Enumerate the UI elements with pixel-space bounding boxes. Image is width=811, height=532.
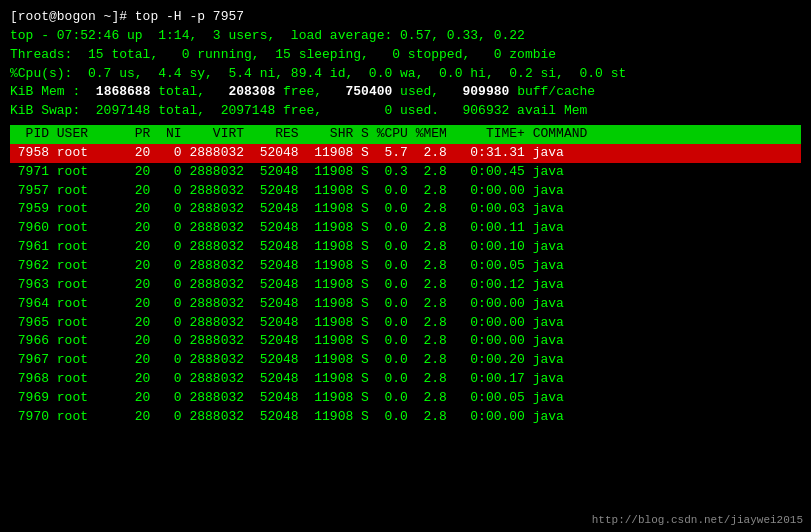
cpu-line: %Cpu(s): 0.7 us, 4.4 sy, 5.4 ni, 89.4 id…: [10, 65, 801, 84]
table-row: 7970 root 20 0 2888032 52048 11908 S 0.0…: [10, 408, 801, 427]
table-row: 7962 root 20 0 2888032 52048 11908 S 0.0…: [10, 257, 801, 276]
table-row: 7963 root 20 0 2888032 52048 11908 S 0.0…: [10, 276, 801, 295]
command-line: [root@bogon ~]# top -H -p 7957: [10, 8, 801, 27]
table-row: 7969 root 20 0 2888032 52048 11908 S 0.0…: [10, 389, 801, 408]
swap-line: KiB Swap: 2097148 total, 2097148 free, 0…: [10, 102, 801, 121]
top-status-line: top - 07:52:46 up 1:14, 3 users, load av…: [10, 27, 801, 46]
table-row: 7971 root 20 0 2888032 52048 11908 S 0.3…: [10, 163, 801, 182]
table-row: 7968 root 20 0 2888032 52048 11908 S 0.0…: [10, 370, 801, 389]
table-row: 7965 root 20 0 2888032 52048 11908 S 0.0…: [10, 314, 801, 333]
table-row: 7964 root 20 0 2888032 52048 11908 S 0.0…: [10, 295, 801, 314]
process-list: 7971 root 20 0 2888032 52048 11908 S 0.3…: [10, 163, 801, 427]
threads-line: Threads: 15 total, 0 running, 15 sleepin…: [10, 46, 801, 65]
table-row: 7961 root 20 0 2888032 52048 11908 S 0.0…: [10, 238, 801, 257]
terminal-window: [root@bogon ~]# top -H -p 7957 top - 07:…: [10, 8, 801, 427]
watermark: http://blog.csdn.net/jiaywei2015: [592, 514, 803, 526]
highlighted-process-row: 7958 root 20 0 2888032 52048 11908 S 5.7…: [10, 144, 801, 163]
table-row: 7967 root 20 0 2888032 52048 11908 S 0.0…: [10, 351, 801, 370]
mem-line: KiB Mem : 1868688 total, 208308 free, 75…: [10, 83, 801, 102]
table-row: 7957 root 20 0 2888032 52048 11908 S 0.0…: [10, 182, 801, 201]
table-row: 7959 root 20 0 2888032 52048 11908 S 0.0…: [10, 200, 801, 219]
table-row: 7960 root 20 0 2888032 52048 11908 S 0.0…: [10, 219, 801, 238]
table-header: PID USER PR NI VIRT RES SHR S %CPU %MEM …: [10, 125, 801, 144]
table-row: 7966 root 20 0 2888032 52048 11908 S 0.0…: [10, 332, 801, 351]
